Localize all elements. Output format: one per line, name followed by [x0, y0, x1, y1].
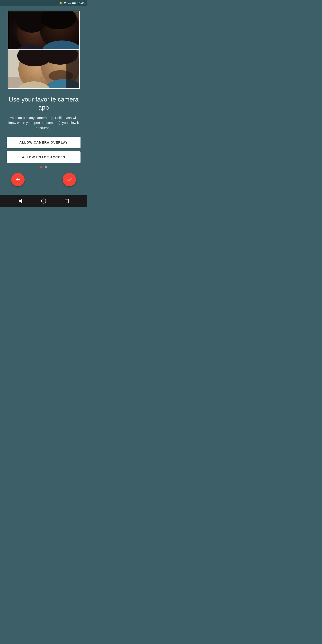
photo-collage [8, 11, 80, 89]
status-icons: 🔑 10:40 [59, 2, 84, 5]
fab-container [7, 173, 80, 186]
home-nav-button[interactable] [41, 198, 46, 204]
photo-bottom-image [8, 50, 79, 88]
allow-usage-access-button[interactable]: ALLOW USAGE ACCESS [7, 152, 80, 163]
recent-nav-button[interactable] [65, 199, 69, 203]
dot-1[interactable] [40, 166, 42, 168]
back-triangle-icon [18, 199, 22, 203]
svg-rect-2 [76, 3, 76, 4]
signal-icon [68, 2, 71, 4]
wifi-icon [64, 2, 67, 4]
recent-square-icon [65, 199, 69, 203]
main-heading: Use your favorite camera app [7, 96, 80, 112]
main-content: Use your favorite camera app You can use… [0, 6, 87, 195]
status-time: 10:40 [77, 2, 84, 5]
main-description: You can use any camera app, SelfieFlash … [7, 116, 80, 130]
allow-camera-overlay-button[interactable]: ALLOW CAMERA OVERLAY [7, 137, 80, 148]
photo-top [8, 12, 79, 50]
confirm-fab-button[interactable] [62, 173, 76, 186]
photo-top-image [8, 12, 79, 50]
svg-rect-1 [72, 2, 75, 4]
back-arrow-icon [15, 176, 21, 183]
status-bar: 🔑 10:40 [0, 0, 87, 6]
dot-2[interactable] [45, 166, 47, 168]
back-fab-button[interactable] [11, 173, 24, 186]
navigation-dots [40, 166, 47, 168]
bottom-nav [0, 195, 87, 207]
check-icon [66, 176, 72, 183]
home-circle-icon [41, 198, 46, 204]
vpn-key-icon: 🔑 [59, 2, 62, 5]
photo-bottom [8, 50, 79, 88]
battery-icon [72, 2, 76, 4]
back-nav-button[interactable] [18, 199, 22, 203]
svg-rect-20 [66, 50, 79, 88]
